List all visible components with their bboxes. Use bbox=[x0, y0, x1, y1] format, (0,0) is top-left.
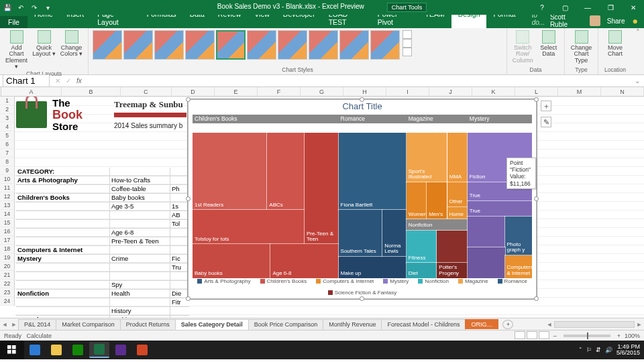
column-header[interactable]: N bbox=[601, 87, 644, 96]
treemap-category-header[interactable]: Children's Books bbox=[193, 115, 339, 123]
enter-fx-icon[interactable]: ✓ bbox=[63, 77, 74, 84]
legend-item[interactable]: Science Fiction & Fantasy bbox=[328, 290, 396, 296]
sheet-tab[interactable]: P&L 2014 bbox=[18, 319, 56, 330]
fx-icon[interactable]: fx bbox=[74, 77, 85, 84]
system-clock[interactable]: 1:49 PM5/6/2015 bbox=[616, 344, 640, 357]
sheet-tab[interactable]: Monthly Revenue bbox=[323, 319, 382, 330]
table-row[interactable]: Spy bbox=[16, 281, 189, 290]
treemap-cell[interactable]: MMA bbox=[447, 133, 468, 182]
ribbon-help-icon[interactable]: ? bbox=[534, 4, 550, 11]
treemap-cell[interactable]: Age 6-8 bbox=[270, 244, 338, 278]
chart-elements-button[interactable]: ＋ bbox=[541, 101, 551, 111]
table-row[interactable]: CATEGORY: bbox=[16, 168, 189, 176]
new-sheet-button[interactable]: + bbox=[502, 320, 513, 329]
treemap-cell[interactable]: Fiona Bartlett bbox=[339, 133, 407, 210]
column-header[interactable]: A bbox=[1, 87, 62, 96]
treemap-cell[interactable]: True bbox=[468, 201, 532, 217]
treemap-cell[interactable] bbox=[468, 247, 505, 278]
treemap-cell[interactable]: Photo graph y bbox=[505, 217, 532, 255]
ribbon-collapse-icon[interactable]: ▢ bbox=[557, 4, 573, 11]
legend-item[interactable]: Romance bbox=[498, 278, 527, 284]
taskbar-excel-icon[interactable] bbox=[89, 342, 109, 358]
window-minimize[interactable]: — bbox=[580, 4, 596, 11]
column-header[interactable]: E bbox=[215, 87, 258, 96]
chart-styles-button[interactable]: ✎ bbox=[541, 117, 551, 127]
treemap-cell[interactable]: Men's bbox=[427, 182, 447, 219]
column-header[interactable]: D bbox=[172, 87, 215, 96]
column-header[interactable]: J bbox=[429, 87, 472, 96]
hscroll-right-icon[interactable]: ► bbox=[635, 321, 644, 328]
hscroll-left-icon[interactable]: ◄ bbox=[545, 321, 554, 328]
file-tab[interactable]: File bbox=[0, 16, 28, 28]
treemap-cell[interactable]: Southern Tales bbox=[339, 210, 383, 256]
treemap-cell[interactable]: Fitness bbox=[407, 231, 437, 263]
treemap-cell[interactable]: ABCs bbox=[267, 133, 305, 210]
legend-item[interactable]: Nonfiction bbox=[418, 278, 449, 284]
chart-legend[interactable]: Arts & PhotographyChildren's BooksComput… bbox=[189, 278, 536, 296]
zoom-slider[interactable] bbox=[564, 335, 610, 337]
tray-volume-icon[interactable]: 🔊 bbox=[605, 347, 612, 353]
select-data-button[interactable]: Select Data bbox=[537, 30, 561, 58]
share-button[interactable]: Share bbox=[607, 17, 625, 25]
zoom-level[interactable]: 100% bbox=[625, 333, 640, 339]
column-header[interactable]: I bbox=[386, 87, 429, 96]
treemap-cell[interactable]: Tolstoy for tots bbox=[193, 210, 305, 244]
table-row[interactable]: AB bbox=[16, 211, 189, 220]
tray-up-icon[interactable]: ˄ bbox=[579, 347, 582, 353]
treemap-cell[interactable]: Computers & Internet bbox=[505, 255, 532, 279]
table-row[interactable]: MagazineFashionW bbox=[16, 316, 189, 318]
add-chart-element-button[interactable]: Add Chart Element ▾ bbox=[4, 30, 29, 70]
table-row[interactable]: Age 6-8 bbox=[16, 229, 189, 237]
treemap-cell[interactable] bbox=[468, 217, 505, 247]
quick-layout-button[interactable]: Quick Layout ▾ bbox=[32, 30, 56, 58]
column-header[interactable]: K bbox=[472, 87, 515, 96]
column-header[interactable]: G bbox=[301, 87, 343, 96]
table-row[interactable]: Pre-Teen & Teen bbox=[16, 237, 189, 246]
qa-undo-icon[interactable]: ↶ bbox=[16, 3, 25, 12]
treemap-cell[interactable]: Make up bbox=[339, 257, 407, 278]
treemap-chart[interactable]: Chart Title Children's BooksRomanceMagaz… bbox=[188, 99, 537, 299]
legend-item[interactable]: Arts & Photography bbox=[197, 278, 250, 284]
treemap-cell[interactable]: Sport's Illustrated bbox=[407, 133, 447, 182]
sheet-tab-overflow[interactable]: ORIG… bbox=[465, 319, 498, 329]
row-headers[interactable]: 123456789101112131415161718192021222324 bbox=[0, 97, 15, 306]
tabscroll-left-icon[interactable]: ◄ bbox=[0, 321, 9, 328]
sheet-tab[interactable]: Market Comparison bbox=[56, 319, 121, 330]
chart-title[interactable]: Chart Title bbox=[189, 100, 536, 114]
treemap-cell[interactable]: 1st Readers bbox=[193, 133, 267, 210]
column-header[interactable]: H bbox=[343, 87, 386, 96]
ribbon-collapse-arrow-icon[interactable]: ˄ bbox=[632, 28, 644, 74]
taskbar-store-icon[interactable] bbox=[68, 342, 88, 358]
treemap-cell[interactable]: Women's bbox=[407, 182, 427, 219]
legend-item[interactable]: Magazine bbox=[458, 278, 488, 284]
treemap-cell[interactable]: Pre-Teen & Teen bbox=[305, 133, 339, 244]
treemap-category-header[interactable]: Mystery bbox=[468, 115, 532, 123]
treemap-category-header[interactable]: Romance bbox=[339, 115, 407, 123]
column-header[interactable]: C bbox=[121, 87, 172, 96]
change-colors-button[interactable]: Change Colors ▾ bbox=[59, 30, 84, 58]
table-row[interactable]: MysteryCrimeFic bbox=[16, 255, 189, 263]
treemap-cell[interactable]: Nonfiction bbox=[407, 219, 468, 230]
table-row[interactable]: Fitr bbox=[16, 298, 189, 307]
legend-item[interactable]: Children's Books bbox=[260, 278, 307, 284]
tray-flag-icon[interactable]: ⚐ bbox=[586, 347, 592, 353]
table-row[interactable]: Children's BooksBaby books bbox=[16, 194, 189, 202]
table-row[interactable]: Age 3-51s bbox=[16, 202, 189, 211]
column-header[interactable]: F bbox=[258, 87, 301, 96]
tray-network-icon[interactable]: ⇵ bbox=[596, 347, 601, 353]
taskbar-vs-icon[interactable] bbox=[111, 342, 131, 358]
smiley-feedback-icon[interactable]: ☻ bbox=[631, 17, 639, 25]
legend-item[interactable]: Mystery bbox=[383, 278, 409, 284]
treemap-cell[interactable]: Norma Lewis bbox=[382, 210, 406, 256]
gallery-more-icon[interactable] bbox=[402, 30, 412, 56]
table-row[interactable]: Coffee-tablePh bbox=[16, 185, 189, 194]
table-row[interactable]: History bbox=[16, 307, 189, 316]
taskbar-ppt-icon[interactable] bbox=[132, 342, 152, 358]
legend-item[interactable]: Computers & Internet bbox=[316, 278, 374, 284]
change-chart-type-button[interactable]: Change Chart Type bbox=[569, 30, 594, 64]
sheet-tab[interactable]: Product Returns bbox=[120, 319, 176, 330]
qa-save-icon[interactable]: 💾 bbox=[3, 3, 12, 12]
treemap-cell[interactable]: Potter's Progeny bbox=[437, 263, 468, 278]
treemap-cell[interactable] bbox=[437, 231, 468, 263]
window-close[interactable]: ✕ bbox=[625, 4, 641, 11]
